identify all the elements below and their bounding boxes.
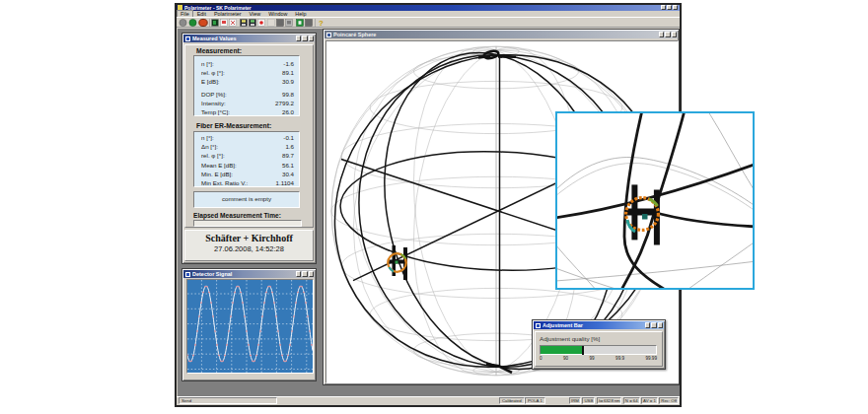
svg-text:?: ?: [319, 19, 324, 28]
